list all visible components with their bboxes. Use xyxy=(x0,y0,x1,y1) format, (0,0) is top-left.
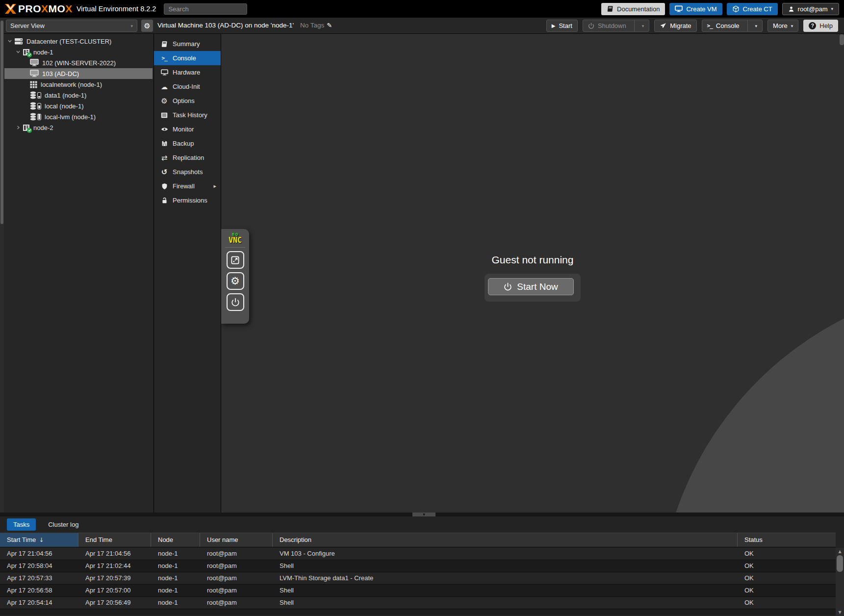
migrate-button[interactable]: Migrate xyxy=(654,20,696,32)
menu-item-hardware[interactable]: Hardware xyxy=(154,65,221,79)
terminal-icon: >_ xyxy=(161,55,167,61)
more-button[interactable]: More ▾ xyxy=(767,20,798,32)
menu-item-options[interactable]: ⚙ Options xyxy=(154,94,221,108)
unlock-icon xyxy=(160,197,169,204)
tree-item-vm-103[interactable]: 103 (AD-DC) xyxy=(4,68,153,79)
start-button[interactable]: ▶ Start xyxy=(546,20,578,32)
menu-item-permissions[interactable]: Permissions xyxy=(154,193,221,207)
proxmox-app: PROXMOX Virtual Environment 8.2.2 Docume… xyxy=(0,0,844,616)
column-header-node[interactable]: Node xyxy=(151,533,200,547)
menu-item-replication[interactable]: ⇄ Replication xyxy=(154,151,221,165)
power-icon xyxy=(504,282,512,291)
tasks-panel: Tasks Cluster log Start Time↓ End Time N… xyxy=(0,516,844,616)
node-icon xyxy=(23,124,30,131)
network-grid-icon xyxy=(30,81,37,88)
help-icon: ? xyxy=(809,22,816,29)
menu-item-summary[interactable]: Summary xyxy=(154,37,221,51)
menu-item-snapshots[interactable]: ↺ Snapshots xyxy=(154,165,221,179)
column-header-end-time[interactable]: End Time xyxy=(78,533,151,547)
table-row[interactable]: Apr 17 21:04:56 Apr 17 21:04:56 node-1 r… xyxy=(0,548,836,560)
online-check-icon xyxy=(27,52,32,57)
chevron-down-icon[interactable]: ▾ xyxy=(755,24,758,28)
tree-item-storage-local[interactable]: local (node-1) xyxy=(4,101,153,111)
collapse-panel-handle[interactable]: ▼ xyxy=(412,513,435,516)
storage-usage-badge xyxy=(37,92,41,99)
top-bar: PROXMOX Virtual Environment 8.2.2 Docume… xyxy=(0,0,844,18)
book-icon xyxy=(160,41,169,48)
tree-scrollbar-thumb[interactable] xyxy=(0,21,3,224)
caret-down-icon[interactable] xyxy=(15,50,21,54)
tasks-tabs: Tasks Cluster log xyxy=(0,516,844,533)
menu-item-task-history[interactable]: Task History xyxy=(154,108,221,122)
gear-icon: ⚙ xyxy=(144,22,150,30)
tab-tasks[interactable]: Tasks xyxy=(7,518,36,531)
column-header-status[interactable]: Status xyxy=(738,533,836,547)
cloud-icon: ☁ xyxy=(160,83,169,91)
storage-icon xyxy=(30,91,41,99)
tree-scrollbar[interactable] xyxy=(0,20,4,513)
table-row[interactable]: Apr 17 20:54:14 Apr 17 20:56:49 node-1 r… xyxy=(0,597,836,609)
create-vm-button[interactable]: Create VM xyxy=(669,3,722,15)
search-input[interactable] xyxy=(164,3,247,15)
table-row[interactable]: Apr 17 20:56:58 Apr 17 20:57:00 node-1 r… xyxy=(0,585,836,597)
menu-item-cloud-init[interactable]: ☁ Cloud-Init xyxy=(154,79,221,94)
chevron-down-icon: ▾ xyxy=(130,24,133,28)
product-version: Virtual Environment 8.2.2 xyxy=(77,5,156,13)
replication-arrows-icon: ⇄ xyxy=(160,154,169,162)
vm-action-buttons: ▶ Start Shutdown ▾ Migrate xyxy=(546,20,838,32)
page-title: Virtual Machine 103 (AD-DC) on node 'nod… xyxy=(157,22,294,29)
view-mode-select[interactable]: Server View ▾ xyxy=(6,20,137,32)
table-row[interactable]: Apr 17 20:58:04 Apr 17 21:02:44 node-1 r… xyxy=(0,560,836,572)
tasks-scrollbar[interactable]: ▲ ▼ xyxy=(836,548,844,616)
proxmox-logo: PROXMOX Virtual Environment 8.2.2 xyxy=(4,3,156,15)
documentation-button[interactable]: Documentation xyxy=(601,3,665,15)
shield-icon xyxy=(160,183,169,190)
tags-area[interactable]: No Tags ✎ xyxy=(300,22,332,29)
menu-item-firewall[interactable]: Firewall ▸ xyxy=(154,179,221,193)
tree-item-node-2[interactable]: node-2 xyxy=(4,122,153,133)
console-scrollbar-thumb[interactable] xyxy=(840,34,844,45)
novnc-console-area: no VNC ⚙ Guest not r xyxy=(221,34,844,513)
tree-item-localnetwork[interactable]: localnetwork (node-1) xyxy=(4,79,153,90)
shutdown-button[interactable]: Shutdown ▾ xyxy=(583,20,649,32)
tree-item-storage-local-lvm[interactable]: local-lvm (node-1) xyxy=(4,111,153,122)
caret-down-icon[interactable] xyxy=(7,39,13,44)
help-button[interactable]: ? Help xyxy=(803,20,838,32)
play-icon: ▶ xyxy=(552,23,556,28)
scroll-down-icon[interactable]: ▼ xyxy=(836,610,844,615)
tree-item-datacenter[interactable]: Datacenter (TEST-CLUSTER) xyxy=(4,36,153,47)
console-button[interactable]: >_ Console ▾ xyxy=(702,20,763,32)
tree-item-storage-data1[interactable]: data1 (node-1) xyxy=(4,90,153,101)
create-ct-button[interactable]: Create CT xyxy=(727,3,778,15)
gear-icon: ⚙ xyxy=(160,97,169,105)
tree-item-vm-102[interactable]: 102 (WIN-SERVER-2022) xyxy=(4,57,153,68)
top-bar-actions: Documentation Create VM Create CT xyxy=(601,3,839,15)
storage-icon xyxy=(30,113,41,121)
eye-icon xyxy=(160,127,169,132)
tree-settings-button[interactable]: ⚙ xyxy=(141,20,153,32)
node-icon xyxy=(23,49,30,56)
column-header-start-time[interactable]: Start Time↓ xyxy=(0,533,78,547)
column-header-description[interactable]: Description xyxy=(273,533,738,547)
scroll-up-icon[interactable]: ▲ xyxy=(836,549,844,554)
tree-item-node-1[interactable]: node-1 xyxy=(4,47,153,57)
menu-item-monitor[interactable]: Monitor xyxy=(154,122,221,136)
monitor-icon xyxy=(675,5,683,12)
start-now-button[interactable]: Start Now xyxy=(488,278,574,295)
chevron-down-icon[interactable]: ▾ xyxy=(642,24,644,28)
column-header-user-name[interactable]: User name xyxy=(200,533,273,547)
tab-cluster-log[interactable]: Cluster log xyxy=(42,518,85,531)
table-row[interactable]: Apr 17 20:57:33 Apr 17 20:57:39 node-1 r… xyxy=(0,572,836,585)
brand-wordmark: PROXMOX xyxy=(18,3,73,15)
floppy-icon xyxy=(160,140,169,147)
start-now-shadow: Start Now xyxy=(485,274,581,302)
user-menu-button[interactable]: root@pam ▾ xyxy=(782,3,839,15)
menu-item-backup[interactable]: Backup xyxy=(154,136,221,151)
cube-icon xyxy=(732,5,740,13)
submenu-arrow-icon: ▸ xyxy=(213,183,216,189)
caret-right-icon[interactable] xyxy=(15,125,21,130)
menu-item-console[interactable]: >_ Console xyxy=(154,51,221,65)
tasks-scrollbar-thumb[interactable] xyxy=(837,555,843,572)
panel-splitter[interactable]: ▼ xyxy=(0,513,844,516)
monitor-icon xyxy=(160,69,169,76)
